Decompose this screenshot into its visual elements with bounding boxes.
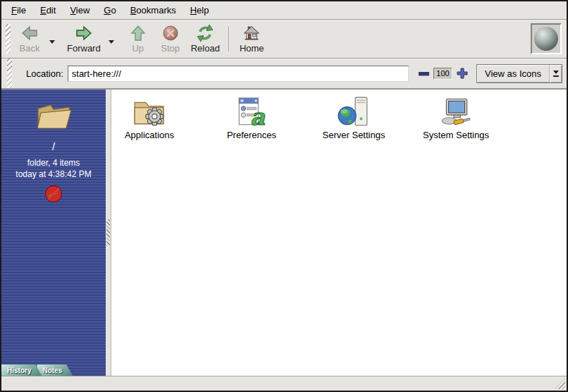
sidebar-folder-details: folder, 4 items — [27, 157, 80, 169]
folder-gear-icon — [132, 96, 166, 128]
sidebar-info-panel: / folder, 4 items today at 4:38:42 PM Hi… — [1, 90, 106, 376]
forward-button[interactable]: Forward — [63, 21, 104, 56]
location-label: Location: — [26, 68, 63, 79]
home-icon — [242, 24, 261, 42]
up-button-label: Up — [132, 43, 144, 54]
file-manager-window: File Edit View Go Bookmarks Help Back Fo… — [0, 0, 568, 392]
icon-server-settings[interactable]: Server Settings — [317, 96, 390, 140]
chevron-down-icon — [109, 40, 114, 44]
menubar: File Edit View Go Bookmarks Help — [1, 1, 567, 20]
stop-icon — [161, 24, 180, 42]
tab-history[interactable]: History — [1, 365, 42, 376]
forward-arrow-icon — [75, 24, 93, 42]
back-history-dropdown[interactable] — [46, 35, 58, 48]
reload-button[interactable]: Reload — [187, 21, 223, 56]
location-bar: Location: 100 View as Icons — [1, 59, 567, 89]
menu-view[interactable]: View — [63, 2, 97, 18]
throbber — [531, 23, 562, 54]
resize-grip[interactable] — [555, 379, 565, 389]
monitor-screwdriver-icon — [439, 96, 473, 128]
zoom-in-icon[interactable] — [457, 68, 468, 79]
toolbar-drag-handle[interactable] — [6, 24, 11, 54]
icon-label: System Settings — [423, 130, 489, 140]
menu-file[interactable]: File — [4, 2, 33, 18]
open-folder-icon — [33, 99, 74, 134]
reload-button-label: Reload — [191, 43, 220, 54]
locationbar-drag-handle[interactable] — [7, 59, 12, 88]
sidebar-tabs: History Notes — [1, 365, 68, 376]
home-button-label: Home — [240, 43, 264, 54]
forward-history-dropdown[interactable] — [105, 35, 118, 48]
content-area: / folder, 4 items today at 4:38:42 PM Hi… — [1, 89, 567, 376]
toolbar: Back Forward Up — [1, 20, 567, 59]
preferences-capplet-icon: a — [235, 96, 268, 128]
globe-server-icon — [337, 96, 371, 128]
stop-button-label: Stop — [161, 43, 180, 54]
view-as-combobox[interactable]: View as Icons — [476, 64, 562, 83]
tab-notes[interactable]: Notes — [37, 365, 73, 376]
menu-go[interactable]: Go — [97, 2, 123, 18]
reload-icon — [196, 24, 214, 42]
forward-button-label: Forward — [67, 43, 101, 54]
splitter-grip-icon — [106, 219, 110, 246]
no-write-emblem-icon — [44, 185, 63, 203]
combo-bar-icon — [553, 75, 559, 77]
icon-system-settings[interactable]: System Settings — [419, 96, 493, 140]
back-arrow-icon — [20, 24, 39, 42]
svg-text:a: a — [250, 104, 266, 128]
icon-label: Preferences — [227, 130, 276, 140]
throbber-sphere-icon — [534, 27, 558, 51]
zoom-level-indicator: 100 — [433, 68, 452, 80]
sidebar-splitter[interactable] — [106, 90, 111, 376]
menu-help[interactable]: Help — [183, 2, 216, 18]
back-button-label: Back — [20, 43, 40, 54]
menu-edit[interactable]: Edit — [33, 2, 63, 18]
icon-preferences[interactable]: a Preferences — [215, 96, 288, 140]
sidebar-folder-modified: today at 4:38:42 PM — [16, 169, 91, 180]
location-input[interactable] — [68, 66, 409, 82]
combo-arrow-button[interactable] — [549, 65, 562, 82]
up-button[interactable]: Up — [123, 21, 154, 56]
back-button[interactable]: Back — [14, 21, 45, 56]
home-button[interactable]: Home — [236, 21, 268, 56]
zoom-out-icon[interactable] — [419, 72, 429, 75]
icon-label: Server Settings — [323, 130, 385, 140]
icon-label: Applications — [125, 130, 174, 140]
view-as-label: View as Icons — [477, 65, 549, 82]
icon-applications[interactable]: Applications — [113, 96, 186, 140]
menu-bookmarks[interactable]: Bookmarks — [123, 2, 183, 18]
up-arrow-icon — [129, 24, 147, 42]
stop-button[interactable]: Stop — [155, 21, 186, 56]
toolbar-separator — [228, 26, 229, 51]
chevron-down-icon — [553, 71, 559, 74]
icon-view: Applications a Preferences — [111, 90, 567, 376]
sidebar-folder-title: / — [52, 140, 55, 152]
status-bar — [1, 376, 567, 391]
chevron-down-icon — [49, 40, 55, 44]
